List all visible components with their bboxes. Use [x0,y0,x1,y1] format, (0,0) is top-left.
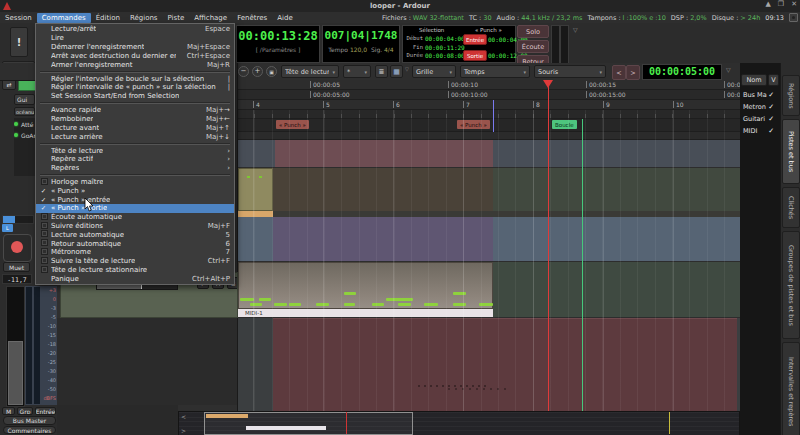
punch-out-line[interactable] [493,100,494,132]
minimize-icon[interactable]: ▲ [765,0,770,8]
ruler-ticks[interactable] [237,110,740,119]
midi-note[interactable] [259,298,271,301]
track-name-button[interactable]: Gui [14,94,35,105]
midi-note[interactable] [372,303,384,306]
selection-row-value[interactable]: 00:00:04:00 [425,35,465,42]
summary-scroll-left-icon[interactable]: < [181,413,186,420]
monitor-button-solo[interactable]: Solo [517,25,549,38]
ruler-markers[interactable]: « Punch »« Punch »Boucle [237,119,740,132]
monitor-button-écoute[interactable]: Écoute [517,40,549,53]
menu-item[interactable]: Tête de lecture stationnaire [36,266,234,275]
menu-item[interactable]: Lecture arrièreMaj+↓ [36,132,234,141]
primary-clock-caption[interactable]: [ /Paramètres ] [237,46,319,53]
record-blink-icon[interactable] [789,13,798,22]
menu-item[interactable]: Métronome7 [36,248,234,257]
fader-handle[interactable] [8,341,23,405]
track-list-row[interactable]: MIDI✓ [740,125,780,137]
edit-point-dropdown[interactable]: Tête de lecture▾ [281,65,339,78]
menu-item[interactable]: Repère actif› [36,155,234,164]
visible-check-icon[interactable]: ✓ [768,103,774,111]
save-icon[interactable]: ▦ [390,65,403,78]
menubar-item-régions[interactable]: Régions [125,13,163,23]
midi-note[interactable] [453,303,466,306]
midi-note[interactable] [479,303,493,306]
primary-clock-time[interactable]: 00:00:13:28 [237,29,319,43]
ruler-timecode[interactable]: 00:00:05:0000:00:10:0000:00:15:0000:00:2… [237,90,740,100]
menubar-item-édition[interactable]: Édition [91,13,125,23]
menubar-item-aide[interactable]: Aide [272,13,297,23]
punch-in-button[interactable]: Entrée [463,34,487,45]
group-button[interactable]: Grp [17,407,33,415]
menubar-item-piste[interactable]: Piste [163,13,190,23]
midi-panic-button[interactable]: ! [10,27,28,57]
midi-note[interactable] [289,303,301,306]
primary-clock[interactable]: 00:00:13:28 [ /Paramètres ] [236,25,320,63]
side-tab-intervalles-et-rep-res[interactable]: Intervalles et repères [782,342,800,435]
zoom-in-button[interactable]: + [252,66,263,77]
summary-scroll-right-icon[interactable]: > [181,427,186,434]
menu-item[interactable]: Lecture avantMaj+↑ [36,123,234,132]
close-icon[interactable]: ✕ [791,0,797,8]
menubar-item-commandes[interactable]: Commandes [37,13,91,23]
menu-item[interactable]: Lecture/arrêtEspace [36,25,234,34]
selection-row-value[interactable]: 00:00:08:00 [425,52,465,59]
column-header-name[interactable]: Nom [741,74,767,86]
midi-note[interactable] [386,298,413,301]
audio-region-sub[interactable] [238,211,273,217]
menu-item[interactable]: Horloge maître [36,178,234,187]
side-tab-r-gions[interactable]: Régions [782,75,800,116]
ruler-range[interactable] [237,132,740,140]
grid-dropdown[interactable]: Grille▾ [412,65,456,78]
secondary-clock[interactable]: 007|04|1748 Tempo 120,0 Sig. 4/4 [322,25,400,63]
menu-item[interactable]: RembobinerMaj+← [36,115,234,124]
menu-item[interactable]: Démarrer l'enregistrementMaj+Espace [36,43,234,52]
menu-item[interactable]: ✓« Punch » sortie [36,204,234,213]
zoom-out-button[interactable]: − [238,66,249,77]
midi-note[interactable] [316,303,329,306]
session-summary[interactable]: < > [178,411,740,435]
menu-item[interactable]: Suivre éditionsMaj+F [36,222,234,231]
bus-master-button[interactable]: Bus Master [3,416,56,425]
nudge-right-button[interactable]: > [626,65,640,80]
menu-item[interactable]: Avance rapideMaj+→ [36,106,234,115]
menu-item[interactable]: Armer l'enregistrementMaj+R [36,60,234,69]
visible-check-icon[interactable]: ✓ [768,127,774,135]
midi-note[interactable] [398,303,411,306]
transport-options-arrow-icon[interactable]: ▽ [573,26,578,33]
fader-tool-icon[interactable]: ≣ [375,65,388,78]
midi-note[interactable] [344,303,355,306]
menu-item[interactable]: Set Session Start/End from Selection [36,92,234,101]
side-tab-pistes-et-bus[interactable]: Pistes et bus [782,119,800,184]
ruler-minsec[interactable]: 00:00:0500:00:1000:00:1500:00:20 [237,80,740,90]
midi-note[interactable] [240,298,254,301]
menubar-item-fenêtres[interactable]: Fenêtres [232,13,272,23]
visible-check-icon[interactable]: ✓ [768,115,774,123]
playh'ead-cursor-icon[interactable] [543,80,553,88]
menu-item[interactable]: Tête de lecture› [36,146,234,155]
link-button[interactable]: L [2,224,13,232]
punch-out-button[interactable]: Sortie [463,50,487,61]
menu-item[interactable]: Retour automatique6 [36,239,234,248]
track-list-row[interactable]: Guitari✓ [740,113,780,125]
menu-item[interactable]: PaniqueCtrl+Alt+P [36,274,234,283]
record-arm-button[interactable] [3,234,32,262]
selection-row-value[interactable]: 00:00:11:29 [425,44,465,51]
midi-note[interactable] [274,303,287,306]
midi-region-name[interactable]: MIDI-1 [238,309,493,317]
nudge-left-button[interactable]: < [612,65,626,80]
side-tab-clich-s[interactable]: Clichés [782,187,800,228]
side-tab-groupes-de-pistes-et-bus[interactable]: Groupes de pistes et bus [782,231,800,339]
menubar-item-affichage[interactable]: Affichage [189,13,232,23]
tempo-value[interactable]: 120,0 [350,46,367,53]
secondary-clock-time[interactable]: 007|04|1748 [323,29,399,42]
midi-button[interactable]: M [2,407,15,415]
scene-button[interactable]: océanu [14,107,35,116]
menu-item[interactable]: ✓« Punch » [36,187,234,196]
gain-display[interactable]: -11,7 [2,274,32,284]
midi-note[interactable] [453,292,466,295]
ruler-bars[interactable]: 4567891011 [237,100,740,110]
menu-item[interactable]: ✓« Punch » entrée [36,195,234,204]
editor-canvas[interactable]: 00:00:0500:00:1000:00:1500:00:20 00:00:0… [237,80,740,411]
menu-item[interactable]: Repères› [36,164,234,173]
menu-item[interactable]: Régler l'intervalle de « punch » sur la … [36,83,234,92]
